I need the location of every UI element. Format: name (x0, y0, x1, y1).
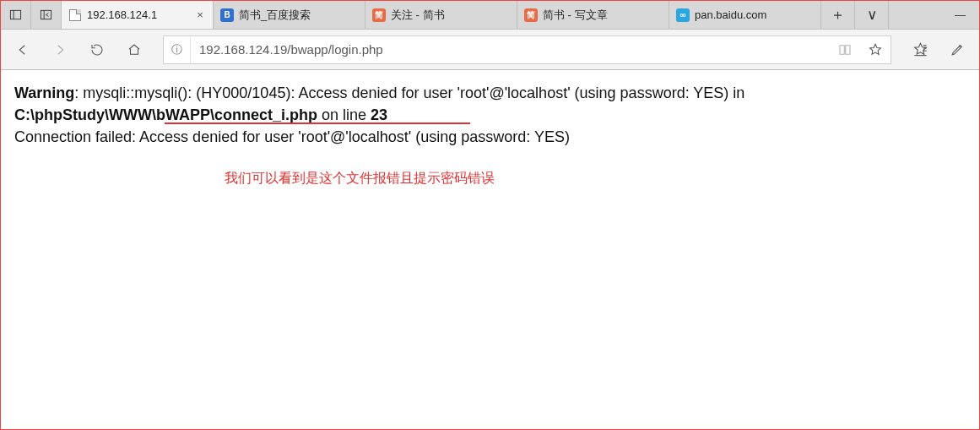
jianshu-icon: 简 (372, 8, 386, 22)
minimize-icon: — (955, 8, 966, 21)
site-info-button[interactable]: ⓘ (164, 36, 191, 63)
baidu-pan-icon: ∞ (676, 8, 690, 22)
tab-0[interactable]: 192.168.124.1 × (62, 1, 214, 29)
php-warning-line-2: C:\phpStudy\WWW\bWAPP\connect_i.php on l… (14, 104, 966, 126)
tab-label: pan.baidu.com (695, 8, 814, 21)
tab-4[interactable]: ∞ pan.baidu.com (669, 1, 821, 29)
favorites-list-button[interactable] (903, 35, 937, 65)
notes-button[interactable] (940, 35, 974, 65)
php-warning-line-1: Warning: mysqli::mysqli(): (HY000/1045):… (14, 82, 966, 104)
refresh-icon (89, 42, 105, 57)
new-tab-button[interactable]: ＋ (821, 1, 855, 29)
back-button[interactable] (6, 35, 40, 65)
favorite-button[interactable] (860, 36, 891, 63)
arrow-left-icon (15, 42, 30, 57)
tabs-overflow-button[interactable]: ∨ (855, 1, 889, 29)
chevron-down-icon: ∨ (867, 6, 877, 24)
tab-3[interactable]: 简 简书 - 写文章 (517, 1, 669, 29)
file-path: C:\phpStudy\WWW\bWAPP\connect_i.php (14, 106, 317, 123)
tab-label: 关注 - 简书 (391, 8, 510, 23)
home-icon (127, 42, 142, 57)
set-aside-tabs-button[interactable] (31, 1, 62, 29)
connection-failed-text: Connection failed: Access denied for use… (14, 126, 966, 148)
tab-strip: 192.168.124.1 × B 简书_百度搜索 简 关注 - 简书 简 简书… (1, 1, 979, 30)
page-content: Warning: mysqli::mysqli(): (HY000/1045):… (1, 70, 979, 160)
reading-view-button[interactable] (830, 36, 860, 63)
close-icon[interactable]: × (194, 9, 206, 21)
tab-label: 192.168.124.1 (87, 8, 189, 21)
tab-1[interactable]: B 简书_百度搜索 (214, 1, 365, 29)
star-list-icon (912, 41, 929, 57)
annotation-underline (165, 122, 470, 124)
svg-rect-0 (10, 10, 20, 19)
address-bar: ⓘ (163, 35, 891, 64)
url-input[interactable] (191, 42, 830, 57)
line-number: 23 (371, 106, 387, 123)
refresh-button[interactable] (80, 35, 114, 65)
tabs-container: 192.168.124.1 × B 简书_百度搜索 简 关注 - 简书 简 简书… (62, 1, 821, 29)
book-icon (837, 42, 853, 57)
tab-label: 简书 - 写文章 (543, 8, 662, 23)
home-button[interactable] (117, 35, 151, 65)
tab-controls: ＋ ∨ (821, 1, 889, 29)
jianshu-icon: 简 (524, 8, 538, 22)
warning-label: Warning (14, 84, 74, 101)
plus-icon: ＋ (831, 5, 845, 24)
baidu-icon: B (220, 8, 234, 22)
pen-icon (950, 41, 966, 57)
star-icon (868, 42, 883, 57)
tab-2[interactable]: 简 关注 - 简书 (365, 1, 517, 29)
info-icon: ⓘ (171, 42, 182, 57)
arrow-right-icon (52, 42, 68, 57)
toolbar: ⓘ (1, 30, 979, 70)
page-icon (68, 8, 82, 22)
tab-label: 简书_百度搜索 (239, 8, 358, 23)
annotation-text: 我们可以看到是这个文件报错且提示密码错误 (225, 168, 495, 188)
sidebar-toggle-button[interactable] (1, 1, 31, 29)
on-line-text: on line (317, 106, 371, 123)
minimize-button[interactable]: — (941, 1, 979, 29)
forward-button[interactable] (43, 35, 77, 65)
window-controls: — (941, 1, 979, 29)
warning-text: : mysqli::mysqli(): (HY000/1045): Access… (74, 84, 744, 101)
